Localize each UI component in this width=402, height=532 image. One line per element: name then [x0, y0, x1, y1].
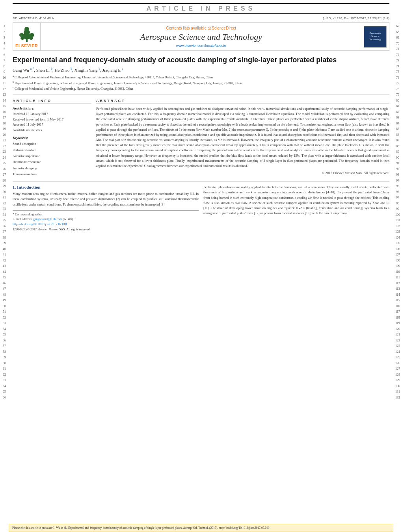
abstract-header: ABSTRACT [96, 99, 389, 104]
article-info-header: ARTICLE INFO [13, 99, 91, 104]
line-85: 85 [396, 126, 399, 132]
line-88: 88 [396, 144, 399, 150]
line-92: 92 [396, 167, 399, 172]
line-80: 80 [396, 98, 399, 104]
line-55: 55 [3, 332, 6, 338]
line-105: 105 [395, 241, 400, 247]
elsevier-label: ELSEVIER [15, 44, 38, 48]
line-3: 3 [4, 35, 5, 41]
keywords-section: Keywords: Sound absorption Perforated or… [13, 136, 91, 177]
abstract-col: ABSTRACT Perforated plates/liners have b… [96, 99, 389, 177]
line-116: 116 [395, 304, 400, 310]
line-57: 57 [3, 343, 6, 349]
line-15: 15 [3, 104, 6, 109]
line-54: 54 [3, 326, 6, 332]
footnote-email-link[interactable]: gangwucust@126.com [33, 217, 62, 221]
line-127: 127 [395, 366, 400, 372]
line-123: 123 [395, 343, 400, 349]
line-97: 97 [396, 195, 399, 201]
divider-2 [13, 181, 389, 182]
introduction-right: Perforated plates/liners are widely appl… [203, 185, 389, 232]
line-17: 17 [3, 115, 6, 121]
line-14: 14 [3, 98, 6, 104]
line-18: 18 [3, 121, 6, 127]
line-11: 11 [3, 81, 6, 87]
line-109: 109 [395, 263, 400, 269]
line-61: 61 [3, 366, 6, 372]
line-24: 24 [3, 155, 6, 161]
line-49: 49 [3, 298, 6, 304]
line-76: 76 [396, 75, 399, 81]
line-43: 43 [3, 263, 6, 269]
keyword-3: Acoustic impedance [13, 153, 91, 159]
sciencedirect-link: Contents lists available at ScienceDirec… [166, 26, 236, 30]
footnote-issn: 1270-9638/© 2017 Elsevier Masson SAS. Al… [13, 227, 199, 232]
line-119: 119 [395, 321, 400, 326]
line-106: 106 [395, 247, 400, 252]
line-94: 94 [396, 178, 399, 184]
line-42: 42 [3, 258, 6, 264]
line-74: 74 [396, 64, 399, 70]
line-38: 38 [3, 235, 6, 241]
line-78: 78 [396, 87, 399, 93]
line-23: 23 [3, 149, 6, 155]
affiliation-a: a College of Automotive and Mechanical E… [13, 74, 389, 80]
line-129: 129 [395, 378, 400, 384]
line-19: 19 [3, 126, 6, 132]
version-meta: [mSG; v1.220; Pm: 19/07/2017; 12:23] P.1… [323, 17, 389, 20]
line-29: 29 [3, 184, 6, 189]
line-27: 27 [3, 172, 6, 178]
svg-point-6 [20, 37, 24, 40]
journal-header-right: AerospaceScienceTechnology [361, 23, 389, 50]
journal-url[interactable]: www.elsevier.com/locate/aescte [176, 44, 226, 48]
line-122: 122 [395, 338, 400, 344]
line-66: 66 [3, 395, 6, 401]
svg-rect-0 [26, 39, 28, 42]
line-20: 20 [3, 132, 6, 138]
elsevier-tree-icon [17, 25, 37, 43]
article-title: Experimental and frequency-domain study … [13, 56, 389, 65]
revised-date: Received in revised form 1 May 2017 [13, 117, 91, 122]
line-39: 39 [3, 241, 6, 247]
svg-point-5 [30, 33, 34, 37]
line-117: 117 [395, 309, 400, 315]
line-130: 130 [395, 384, 400, 389]
keyword-6: Transmission loss [13, 171, 91, 177]
line-70: 70 [396, 41, 399, 47]
line-73: 73 [396, 58, 399, 64]
divider-1 [13, 95, 389, 95]
line-44: 44 [3, 269, 6, 275]
keyword-2: Perforated orifice [13, 147, 91, 153]
line-30: 30 [3, 189, 6, 195]
line-7: 7 [4, 58, 5, 64]
line-113: 113 [395, 286, 400, 292]
line-50: 50 [3, 304, 6, 310]
line-89: 89 [396, 149, 399, 155]
line-59: 59 [3, 355, 6, 361]
line-47: 47 [3, 286, 6, 292]
affiliations: a College of Automotive and Mechanical E… [13, 74, 389, 91]
line-35: 35 [3, 218, 6, 224]
line-31: 31 [3, 195, 6, 201]
line-101: 101 [395, 218, 400, 224]
elsevier-logo: ELSEVIER [15, 25, 38, 48]
footnote-area: * Corresponding author. E-mail address: … [13, 210, 199, 232]
journal-header: ELSEVIER Contents lists available at Sci… [13, 22, 389, 51]
received-date: Received 13 January 2017 [13, 111, 91, 117]
introduction-left: 1. Introduction Many modern aero-engine … [13, 185, 199, 232]
line-77: 77 [396, 81, 399, 87]
line-53: 53 [3, 321, 6, 326]
article-info-col: ARTICLE INFO Article history: Received 1… [13, 99, 91, 177]
authors: Gang Wu a,*, Shen Li b, He Zhao b, Xingl… [13, 67, 389, 72]
line-111: 111 [395, 275, 400, 281]
svg-point-3 [24, 27, 29, 32]
footnote-email: E-mail address: gangwucust@126.com (G. W… [13, 217, 199, 222]
line-120: 120 [395, 326, 400, 332]
line-16: 16 [3, 109, 6, 115]
line-75: 75 [396, 69, 399, 75]
line-9: 9 [4, 69, 5, 75]
introduction-text-left: Many modern aero-engine afterburners, ro… [13, 191, 199, 207]
footnote-doi[interactable]: http://dx.doi.org/10.1016/j.ast.2017.07.… [13, 222, 199, 227]
line-40: 40 [3, 247, 6, 252]
line-65: 65 [3, 389, 6, 395]
